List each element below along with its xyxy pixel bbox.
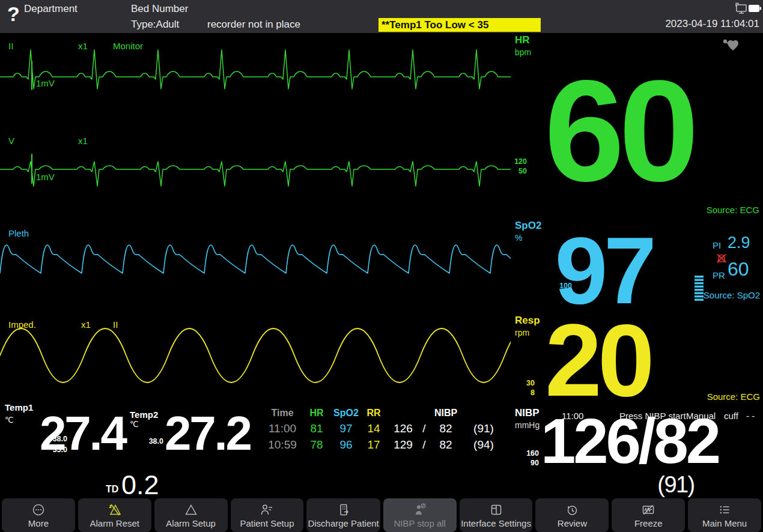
pi-value: 2.9 bbox=[728, 234, 750, 252]
nibp-unit: mmHg bbox=[515, 420, 540, 430]
ecg-lead2-waveform[interactable] bbox=[0, 36, 511, 111]
resp-alarm-limits: 30 8 bbox=[515, 379, 535, 397]
pr-value: 60 bbox=[728, 258, 749, 280]
pr-label: PR bbox=[713, 270, 725, 280]
patient-setup-button[interactable]: Patient Setup bbox=[231, 498, 304, 532]
bottom-toolbar: More Alarm Reset Alarm Setup Patient Set… bbox=[0, 498, 763, 532]
bed-number-label[interactable]: Bed Number bbox=[131, 3, 188, 15]
nibp-value: 126/82 bbox=[541, 410, 719, 473]
trend-header-hr: HR bbox=[302, 408, 332, 419]
datetime-text: 2023-04-19 11:04:01 bbox=[665, 18, 759, 30]
ecg-leadv-waveform[interactable] bbox=[0, 133, 511, 199]
trend-header-time: Time bbox=[263, 408, 302, 419]
nibp-cuff: cuff bbox=[724, 411, 738, 421]
temp1-label: Temp1 bbox=[5, 402, 33, 413]
alarm-setup-icon bbox=[183, 503, 199, 517]
interface-settings-button[interactable]: Interface Settings bbox=[460, 498, 533, 532]
top-bar: ? Department Bed Number Type:Adult recor… bbox=[0, 0, 763, 33]
ecg1-gain-label: x1 bbox=[78, 41, 88, 51]
temp2-alarm-limits: 38.0 bbox=[139, 436, 163, 447]
alarm-off-bell-icon bbox=[714, 253, 729, 266]
alarm-reset-button[interactable]: Alarm Reset bbox=[78, 498, 151, 532]
hr-tile[interactable]: HR bpm 60 120 50 Source: ECG bbox=[508, 33, 763, 216]
alarm-message-banner[interactable]: **Temp1 Too Low < 35 bbox=[378, 18, 541, 32]
help-icon[interactable]: ? bbox=[7, 1, 20, 27]
spo2-unit: % bbox=[515, 233, 522, 243]
temp-diff-value: 0.2 bbox=[121, 470, 159, 501]
battery-icon bbox=[748, 4, 762, 13]
nibp-label: NIBP bbox=[515, 407, 540, 419]
department-label[interactable]: Department bbox=[24, 3, 78, 15]
freeze-icon bbox=[640, 503, 656, 517]
hr-value: 60 bbox=[520, 59, 718, 203]
resp-value: 20 bbox=[541, 309, 655, 411]
nibp-alarm-limits: 160 90 bbox=[517, 449, 539, 468]
interface-settings-icon bbox=[488, 503, 504, 517]
main-menu-icon bbox=[717, 503, 732, 517]
review-button[interactable]: Review bbox=[535, 498, 609, 532]
ecg2-lead-label[interactable]: V bbox=[8, 136, 14, 146]
resp-waveform[interactable] bbox=[0, 317, 511, 395]
trend-header-rr: RR bbox=[360, 408, 387, 419]
patient-setup-icon bbox=[259, 503, 275, 517]
spo2-tile[interactable]: SpO2 % 97 100 90 PI 2.9 PR 60 Source: Sp… bbox=[508, 217, 763, 309]
temp2-label: Temp2 bbox=[130, 410, 158, 420]
trend-table: Time HR SpO2 RR NIBP 11:00 81 97 14 126 … bbox=[263, 405, 511, 453]
freeze-button[interactable]: Freeze bbox=[612, 498, 685, 532]
resp-gain-label: x1 bbox=[81, 319, 91, 330]
spo2-label: SpO2 bbox=[515, 220, 541, 232]
hr-label: HR bbox=[515, 34, 530, 46]
pleth-label[interactable]: Pleth bbox=[8, 228, 29, 238]
temp1-value: 27.4 bbox=[40, 410, 126, 458]
spo2-alarm-limits: 100 90 bbox=[548, 282, 572, 300]
ecg2-gain-label: x1 bbox=[78, 136, 88, 146]
hr-alarm-limits: 120 50 bbox=[508, 157, 527, 176]
temp1-unit: ℃ bbox=[5, 416, 14, 425]
resp-unit: rpm bbox=[515, 328, 529, 337]
temp-diff-label: TD bbox=[106, 484, 118, 495]
spo2-source-text: Source: SpO2 bbox=[704, 290, 760, 300]
nibp-map-value: (91) bbox=[640, 473, 712, 496]
alarm-reset-icon bbox=[107, 503, 123, 517]
temp1-tile[interactable]: Temp1 ℃ 38.0 35.0 27.4 bbox=[0, 400, 137, 467]
main-menu-button[interactable]: Main Menu bbox=[688, 498, 761, 532]
more-icon bbox=[31, 503, 46, 517]
pleth-waveform[interactable] bbox=[0, 225, 511, 291]
resp-source-text: Source: ECG bbox=[707, 391, 760, 402]
network-monitor-icon bbox=[734, 2, 747, 14]
temp2-value: 27.2 bbox=[165, 410, 251, 458]
recorder-status-text: recorder not in place bbox=[207, 19, 300, 31]
trend-row: 10:59 78 96 17 129 / 82 (94) bbox=[263, 437, 511, 453]
temp2-unit: ℃ bbox=[130, 420, 139, 429]
nibp-tile[interactable]: NIBP mmHg 11:00 Press NIBP start Manual … bbox=[508, 404, 763, 498]
alarm-message-text: **Temp1 Too Low < 35 bbox=[382, 19, 488, 31]
ecg1-cal-label: 1mV bbox=[36, 78, 55, 88]
paced-heart-icon bbox=[721, 36, 741, 54]
trend-header-row: Time HR SpO2 RR NIBP bbox=[263, 405, 511, 420]
alarm-setup-button[interactable]: Alarm Setup bbox=[154, 498, 228, 532]
patient-monitor-screen: ? Department Bed Number Type:Adult recor… bbox=[0, 0, 763, 532]
ecg1-lead-label[interactable]: II bbox=[8, 41, 13, 51]
resp-label: Resp bbox=[515, 315, 540, 327]
hr-source-text: Source: ECG bbox=[707, 205, 759, 215]
trend-header-nibp: NIBP bbox=[387, 408, 505, 419]
review-icon bbox=[564, 503, 580, 517]
nibp-stop-all-button[interactable]: NIBP stop all bbox=[383, 498, 457, 532]
resp-lead-label: II bbox=[113, 319, 118, 330]
resp-wave-label[interactable]: Imped. bbox=[8, 319, 36, 330]
trend-header-spo2: SpO2 bbox=[332, 408, 360, 419]
pi-label: PI bbox=[713, 240, 721, 250]
ecg2-cal-label: 1mV bbox=[36, 172, 55, 182]
discharge-patient-button[interactable]: Discharge Patient bbox=[306, 498, 380, 532]
discharge-patient-icon bbox=[336, 503, 351, 517]
nibp-stop-all-icon bbox=[412, 503, 428, 517]
ecg1-filter-mode-label: Monitor bbox=[113, 41, 143, 51]
hr-unit: bpm bbox=[515, 47, 531, 57]
more-button[interactable]: More bbox=[2, 498, 75, 532]
patient-type-label[interactable]: Type:Adult bbox=[131, 19, 179, 31]
trend-row: 11:00 81 97 14 126 / 82 (91) bbox=[263, 420, 511, 437]
resp-tile[interactable]: Resp rpm 20 30 8 Source: ECG bbox=[508, 309, 763, 404]
temp2-tile[interactable]: Temp2 ℃ 38.0 27.2 bbox=[126, 400, 276, 467]
nibp-interval: - - bbox=[746, 411, 755, 421]
